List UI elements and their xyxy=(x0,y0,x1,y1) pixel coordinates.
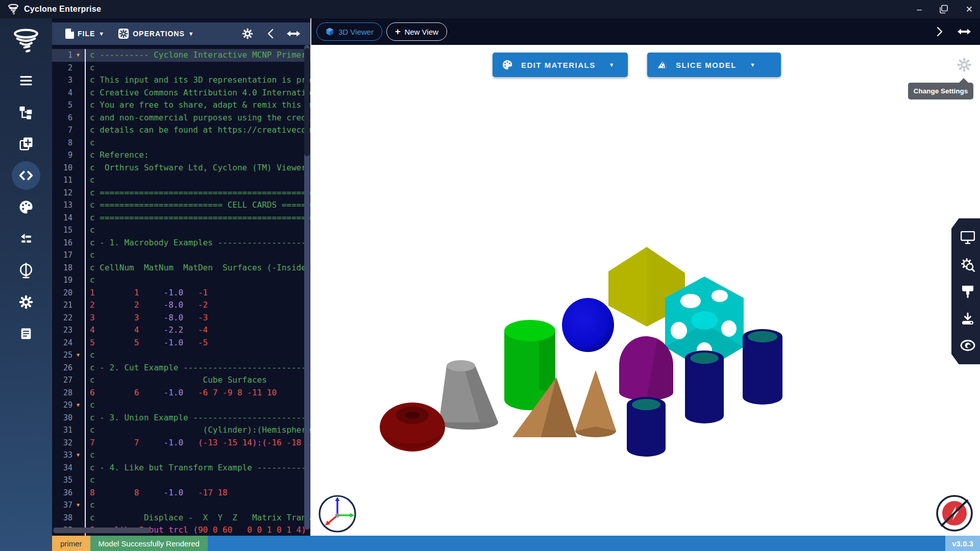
sidebar-item-pipeline[interactable] xyxy=(15,228,37,250)
sidebar-item-menu[interactable] xyxy=(15,69,37,92)
code-line-8[interactable]: 8c xyxy=(52,137,310,149)
gutter[interactable]: 15 xyxy=(52,224,85,237)
code-line-26[interactable]: 26c - 2. Cut Example -------------------… xyxy=(52,362,310,374)
file-menu-button[interactable]: FILE ▼ xyxy=(65,29,105,39)
code-line-10[interactable]: 10c Orthrus Software Ltd, Cyclone (TM) V… xyxy=(52,162,310,174)
gutter[interactable]: 27 xyxy=(52,374,85,387)
gutter[interactable]: 8 xyxy=(52,137,85,149)
code-line-37[interactable]: 37▼c xyxy=(52,499,310,512)
gutter[interactable]: 6 xyxy=(52,112,85,124)
code-line-4[interactable]: 4c Creative Commons Attribution 4.0 Inte… xyxy=(52,87,310,99)
editor-vertical-scrollbar[interactable] xyxy=(304,45,310,530)
shape-purple-dome[interactable] xyxy=(619,336,673,400)
gutter[interactable]: 19 xyxy=(52,274,85,287)
gutter[interactable]: 37▼ xyxy=(52,499,85,512)
gutter[interactable]: 31 xyxy=(52,424,85,437)
fold-marker-icon[interactable]: ▼ xyxy=(72,449,84,462)
sidebar-item-settings[interactable] xyxy=(15,291,37,313)
code-line-21[interactable]: 212 2 -8.0 -2 xyxy=(52,299,310,312)
gutter[interactable]: 20 xyxy=(52,287,85,299)
viewer-settings-gear-icon[interactable] xyxy=(957,57,972,74)
code-line-38[interactable]: 38c Displace - X Y Z Matrix Transform xyxy=(52,512,310,524)
gutter[interactable]: 12 xyxy=(52,187,85,199)
resize-horizontal-icon[interactable] xyxy=(958,28,971,36)
code-line-17[interactable]: 17c xyxy=(52,249,310,262)
code-line-31[interactable]: 31c (Cylinder):(Hemisphere) xyxy=(52,424,310,437)
fold-marker-icon[interactable]: ▼ xyxy=(72,349,84,362)
horizontal-scrollbar-thumb[interactable] xyxy=(53,528,151,533)
code-line-11[interactable]: 11c xyxy=(52,174,310,187)
gutter[interactable]: 34 xyxy=(52,462,85,474)
vertical-scrollbar-thumb[interactable] xyxy=(304,48,310,156)
code-line-19[interactable]: 19c xyxy=(52,274,310,287)
shape-gray-frustum[interactable] xyxy=(439,360,498,430)
code-line-25[interactable]: 25▼c xyxy=(52,349,310,362)
code-line-7[interactable]: 7c details can be found at https://creat… xyxy=(52,124,310,137)
code-line-16[interactable]: 16c - 1. Macrobody Examples ------------… xyxy=(52,237,310,249)
download-icon[interactable] xyxy=(961,312,975,326)
gutter[interactable]: 1▼ xyxy=(52,49,85,62)
gutter[interactable]: 16 xyxy=(52,237,85,249)
gutter[interactable]: 21 xyxy=(52,299,85,312)
gutter[interactable]: 17 xyxy=(52,249,85,262)
code-line-32[interactable]: 327 7 -1.0 (-13 -15 14):(-16 -18 17) xyxy=(52,437,310,449)
close-button[interactable]: ✕ xyxy=(966,5,973,14)
code-line-23[interactable]: 234 4 -2.2 -4 xyxy=(52,324,310,337)
code-line-9[interactable]: 9c Reference: xyxy=(52,149,310,162)
code-line-24[interactable]: 245 5 -1.0 -5 xyxy=(52,337,310,349)
gutter[interactable]: 4 xyxy=(52,87,85,99)
code-line-13[interactable]: 13c ========================= CELL CARDS… xyxy=(52,199,310,212)
gutter[interactable]: 14 xyxy=(52,212,85,224)
collapse-panel-chevron-icon[interactable] xyxy=(267,29,274,39)
gutter[interactable]: 30 xyxy=(52,412,85,424)
shape-torus[interactable] xyxy=(380,403,445,452)
editor-horizontal-scrollbar[interactable] xyxy=(52,528,302,534)
edit-materials-button[interactable]: EDIT MATERIALS ▼ xyxy=(493,53,628,77)
display-mode-icon[interactable] xyxy=(961,231,975,244)
shape-sphere[interactable] xyxy=(562,298,614,352)
code-line-20[interactable]: 201 1 -1.0 -1 xyxy=(52,287,310,299)
code-line-18[interactable]: 18c CellNum MatNum MatDen Surfaces (-Ins… xyxy=(52,262,310,274)
code-line-15[interactable]: 15c xyxy=(52,224,310,237)
gutter[interactable]: 28 xyxy=(52,387,85,399)
code-line-12[interactable]: 12c ====================================… xyxy=(52,187,310,199)
minimize-button[interactable]: – xyxy=(917,5,921,14)
fold-marker-icon[interactable]: ▼ xyxy=(72,49,84,62)
code-line-34[interactable]: 34c - 4. Like but Transform Example ----… xyxy=(52,462,310,474)
code-line-33[interactable]: 33▼c xyxy=(52,449,310,462)
viewer-canvas[interactable]: EDIT MATERIALS ▼ SLICE MODEL ▼ xyxy=(310,45,980,536)
gutter[interactable]: 13 xyxy=(52,199,85,212)
gutter[interactable]: 7 xyxy=(52,124,85,137)
editor-settings-gear-icon[interactable] xyxy=(241,28,254,40)
gutter[interactable]: 29▼ xyxy=(52,399,85,412)
inspect-settings-icon[interactable] xyxy=(961,258,975,272)
gutter[interactable]: 33▼ xyxy=(52,449,85,462)
code-line-5[interactable]: 5c You are free to share, adapt & remix … xyxy=(52,99,310,112)
code-line-29[interactable]: 29▼c xyxy=(52,399,310,412)
sidebar-item-add-document[interactable] xyxy=(15,133,37,155)
code-line-2[interactable]: 2c xyxy=(52,62,310,74)
code-line-36[interactable]: 368 8 -1.0 -17 18 xyxy=(52,487,310,499)
gutter[interactable]: 3 xyxy=(52,74,85,87)
gutter[interactable]: 18 xyxy=(52,262,85,274)
axis-orientation-gizmo[interactable] xyxy=(317,494,357,534)
sidebar-item-palette[interactable] xyxy=(15,196,37,218)
gutter[interactable]: 23 xyxy=(52,324,85,337)
gutter[interactable]: 5 xyxy=(52,99,85,112)
operations-menu-button[interactable]: OPERATIONS ▼ xyxy=(118,28,194,39)
code-line-14[interactable]: 14c ====================================… xyxy=(52,212,310,224)
code-line-22[interactable]: 223 3 -8.0 -3 xyxy=(52,312,310,324)
code-line-27[interactable]: 27c Cube Surfaces xyxy=(52,374,310,387)
gutter[interactable]: 35 xyxy=(52,474,85,487)
code-line-30[interactable]: 30c - 3. Union Example -----------------… xyxy=(52,412,310,424)
resize-horizontal-icon[interactable] xyxy=(287,30,300,38)
code-line-35[interactable]: 35c xyxy=(52,474,310,487)
gutter[interactable]: 36 xyxy=(52,487,85,499)
gutter[interactable]: 38 xyxy=(52,512,85,524)
tab-new-view[interactable]: + New View xyxy=(386,22,447,41)
code-line-3[interactable]: 3c This input and its 3D representation … xyxy=(52,74,310,87)
gutter[interactable]: 26 xyxy=(52,362,85,374)
sidebar-item-hierarchy[interactable] xyxy=(15,101,37,123)
gutter[interactable]: 32 xyxy=(52,437,85,449)
restore-button[interactable] xyxy=(939,5,948,14)
